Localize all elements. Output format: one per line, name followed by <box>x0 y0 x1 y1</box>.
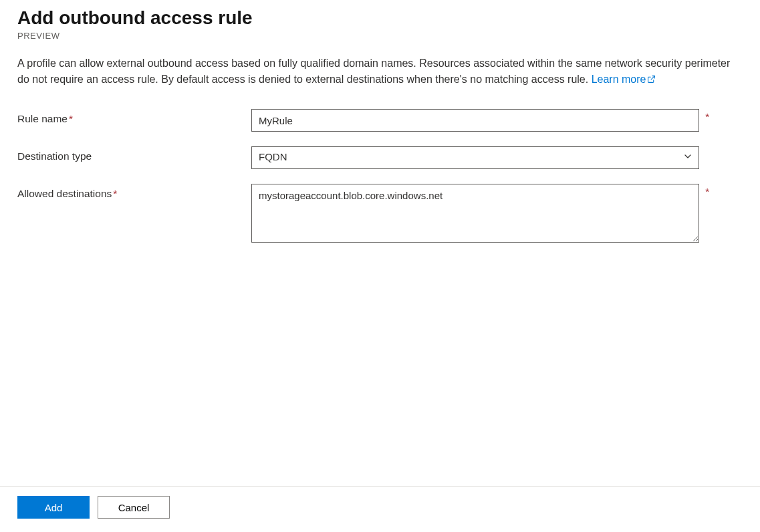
rule-name-label-text: Rule name <box>17 113 68 124</box>
rule-name-input[interactable] <box>251 109 699 132</box>
learn-more-label: Learn more <box>592 74 646 85</box>
learn-more-link[interactable]: Learn more <box>592 74 656 85</box>
required-indicator: * <box>705 186 709 197</box>
cancel-button[interactable]: Cancel <box>98 496 170 519</box>
footer-bar: Add Cancel <box>0 486 760 532</box>
required-asterisk: * <box>113 188 117 199</box>
allowed-destinations-label-text: Allowed destinations <box>17 188 112 199</box>
destination-type-label: Destination type <box>17 146 251 162</box>
page-title: Add outbound access rule <box>17 7 743 29</box>
rule-name-label: Rule name* <box>17 109 251 125</box>
allowed-destinations-label: Allowed destinations* <box>17 184 251 200</box>
page-description: A profile can allow external outbound ac… <box>17 55 743 90</box>
destination-type-label-text: Destination type <box>17 150 92 162</box>
external-link-icon <box>647 72 656 89</box>
required-asterisk: * <box>69 113 73 124</box>
preview-badge: PREVIEW <box>17 31 743 41</box>
required-indicator: * <box>705 111 709 122</box>
destination-type-select[interactable]: FQDN <box>251 146 699 169</box>
allowed-destinations-textarea[interactable] <box>251 184 699 243</box>
add-button[interactable]: Add <box>17 496 90 519</box>
